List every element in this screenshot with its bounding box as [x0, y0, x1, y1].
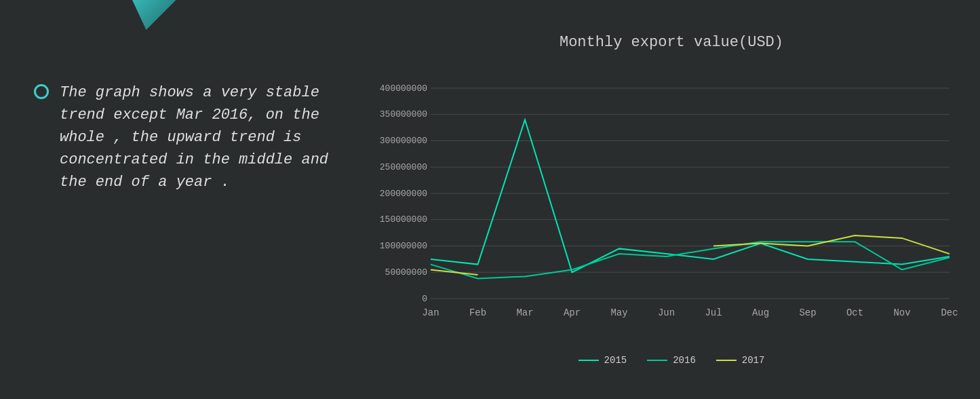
legend-item-2017: 2017	[716, 355, 765, 366]
svg-text:200000000: 200000000	[380, 189, 427, 199]
line-2017-seg2	[713, 235, 949, 254]
legend-item-2015: 2015	[579, 355, 627, 366]
svg-text:Dec: Dec	[941, 307, 958, 318]
svg-text:Feb: Feb	[469, 307, 486, 318]
svg-text:Sep: Sep	[799, 307, 816, 318]
svg-text:150000000: 150000000	[380, 214, 427, 225]
bullet-text: The graph shows a very stable trend exce…	[60, 81, 339, 193]
svg-text:350000000: 350000000	[380, 109, 427, 119]
chart-title: Monthly export value(USD)	[380, 34, 963, 51]
left-panel: The graph shows a very stable trend exce…	[34, 81, 339, 193]
bullet-circle-icon	[34, 84, 49, 99]
legend-line-2017	[716, 360, 737, 361]
svg-text:50000000: 50000000	[385, 267, 427, 278]
svg-text:Oct: Oct	[846, 307, 863, 318]
svg-text:400000000: 400000000	[380, 83, 427, 94]
svg-text:Nov: Nov	[893, 307, 910, 318]
legend-label-2015: 2015	[604, 355, 627, 366]
chart-legend: 2015 2016 2017	[380, 355, 963, 366]
svg-text:100000000: 100000000	[380, 241, 427, 251]
svg-text:250000000: 250000000	[380, 162, 427, 172]
svg-text:Apr: Apr	[564, 307, 581, 318]
legend-line-2015	[579, 360, 599, 361]
svg-text:Jan: Jan	[422, 307, 439, 318]
svg-text:May: May	[610, 307, 627, 318]
line-2015	[431, 120, 949, 273]
svg-text:0: 0	[422, 294, 427, 304]
legend-item-2016: 2016	[647, 355, 696, 366]
svg-text:300000000: 300000000	[380, 136, 427, 146]
svg-text:Jun: Jun	[658, 307, 675, 318]
legend-label-2017: 2017	[742, 355, 765, 366]
bullet-item: The graph shows a very stable trend exce…	[34, 81, 339, 193]
chart-area: 400000000 350000000 300000000 250000000 …	[380, 64, 963, 349]
svg-text:Aug: Aug	[752, 307, 769, 318]
legend-label-2016: 2016	[673, 355, 696, 366]
top-decoration	[109, 0, 203, 41]
svg-text:Mar: Mar	[516, 307, 533, 318]
svg-text:Jul: Jul	[705, 307, 722, 318]
chart-container: Monthly export value(USD) 400000000 3500…	[380, 34, 963, 373]
legend-line-2016	[647, 360, 667, 361]
chart-svg: 400000000 350000000 300000000 250000000 …	[380, 64, 963, 349]
line-2016	[431, 242, 949, 278]
